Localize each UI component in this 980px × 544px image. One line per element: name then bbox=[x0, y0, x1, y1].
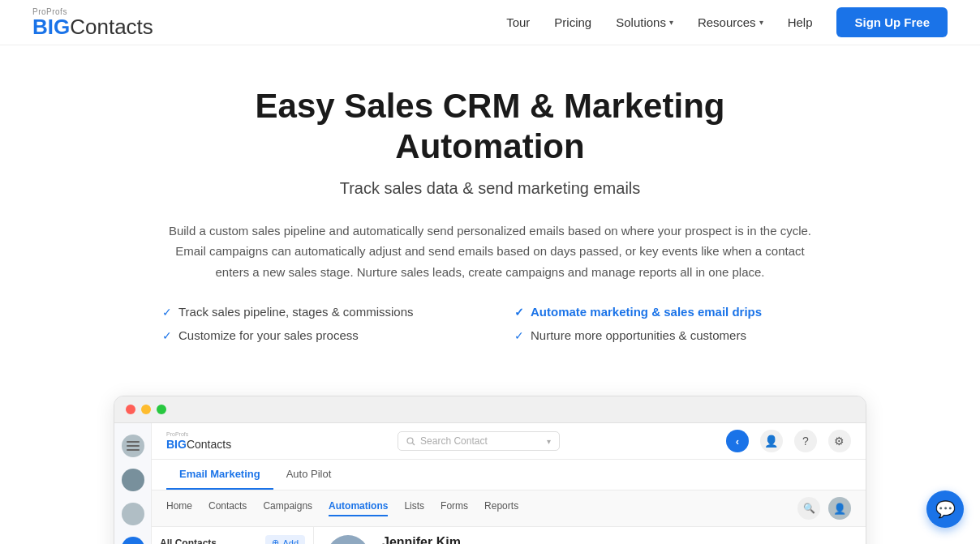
features-list: ✓ Track sales pipeline, stages & commiss… bbox=[162, 305, 818, 342]
feature-1: ✓ Track sales pipeline, stages & commiss… bbox=[162, 305, 466, 319]
sub-nav-icons: 🔍 👤 bbox=[797, 497, 851, 520]
nav-resources[interactable]: Resources ▾ bbox=[698, 15, 763, 29]
svg-point-3 bbox=[407, 438, 413, 443]
sidebar-avatar-2 bbox=[122, 503, 144, 525]
chat-bubble[interactable]: 💬 bbox=[926, 490, 964, 528]
subnav-forms[interactable]: Forms bbox=[441, 500, 468, 516]
sub-nav: Home Contacts Campaigns Automations List… bbox=[152, 490, 866, 527]
check-icon: ✓ bbox=[162, 306, 172, 319]
svg-rect-2 bbox=[127, 449, 140, 451]
app-search-bar[interactable]: Search Contact ▾ bbox=[398, 431, 560, 451]
hero-description: Build a custom sales pipeline and automa… bbox=[162, 221, 818, 283]
topbar-icons: ‹ 👤 ? ⚙ bbox=[726, 430, 851, 452]
window-maximize-dot bbox=[157, 405, 166, 414]
tab-email-marketing[interactable]: Email Marketing bbox=[166, 460, 273, 490]
contact-list-area: All Contacts ⊕ Add JK Jennifer Kim Sales… bbox=[152, 527, 866, 544]
app-main: ProProfs BIGContacts Search Contact ▾ ‹ … bbox=[152, 423, 866, 544]
feature-2: ✓ Automate marketing & sales email drips bbox=[514, 305, 818, 319]
contact-detail-panel: JK Jennifer Kim Sales Head at marriage.c… bbox=[314, 527, 866, 544]
subnav-home[interactable]: Home bbox=[166, 500, 192, 516]
nav-help[interactable]: Help bbox=[788, 15, 813, 29]
check-icon: ✓ bbox=[514, 329, 524, 342]
search-placeholder: Search Contact bbox=[420, 435, 542, 447]
subnav-campaigns[interactable]: Campaigns bbox=[263, 500, 312, 516]
check-icon: ✓ bbox=[514, 306, 524, 319]
svg-rect-1 bbox=[127, 445, 140, 447]
topbar-help-icon[interactable]: ? bbox=[794, 430, 817, 452]
app-logo: ProProfs BIGContacts bbox=[166, 431, 231, 452]
svg-rect-0 bbox=[127, 441, 140, 443]
search-icon bbox=[406, 437, 415, 446]
tab-auto-pilot[interactable]: Auto Pilot bbox=[273, 460, 345, 490]
topbar-add-user-icon[interactable]: 👤 bbox=[760, 430, 783, 452]
svg-line-4 bbox=[413, 443, 415, 445]
chat-icon: 💬 bbox=[935, 499, 956, 519]
topbar-avatar: ‹ bbox=[726, 430, 749, 452]
signup-button[interactable]: Sign Up Free bbox=[836, 7, 948, 37]
subnav-contacts[interactable]: Contacts bbox=[208, 500, 247, 516]
logo-big: BIG bbox=[32, 16, 70, 37]
avatar: JK bbox=[327, 535, 369, 544]
window-close-dot bbox=[126, 405, 135, 414]
nav-solutions[interactable]: Solutions ▾ bbox=[616, 15, 673, 29]
window-chrome bbox=[114, 396, 866, 423]
contact-name: Jennifer Kim bbox=[382, 535, 853, 544]
hero-title: Easy Sales CRM & Marketing Automation bbox=[162, 86, 818, 168]
nav-pricing[interactable]: Pricing bbox=[554, 15, 591, 29]
contact-info: Jennifer Kim Sales Head at marriage.com … bbox=[382, 535, 853, 544]
email-tabs: Email Marketing Auto Pilot bbox=[152, 460, 866, 490]
subnav-lists[interactable]: Lists bbox=[404, 500, 424, 516]
hero-subtitle: Track sales data & send marketing emails bbox=[162, 179, 818, 198]
app-screenshot: ProProfs BIGContacts Search Contact ▾ ‹ … bbox=[114, 396, 866, 544]
check-icon: ✓ bbox=[162, 329, 172, 342]
add-contact-button[interactable]: ⊕ Add bbox=[265, 535, 305, 544]
window-minimize-dot bbox=[141, 405, 151, 414]
nav-tour[interactable]: Tour bbox=[506, 15, 530, 29]
subnav-automations[interactable]: Automations bbox=[329, 500, 388, 516]
app-topbar: ProProfs BIGContacts Search Contact ▾ ‹ … bbox=[152, 423, 866, 460]
chevron-down-icon: ▾ bbox=[759, 18, 763, 27]
all-contacts-label: All Contacts bbox=[160, 538, 217, 544]
sub-nav-links: Home Contacts Campaigns Automations List… bbox=[166, 500, 518, 516]
chevron-down-icon: ▾ bbox=[669, 18, 673, 27]
subnav-reports[interactable]: Reports bbox=[484, 500, 518, 516]
search-dropdown-icon: ▾ bbox=[547, 437, 551, 446]
logo-contacts: Contacts bbox=[70, 16, 153, 37]
subnav-search-icon[interactable]: 🔍 bbox=[797, 497, 820, 520]
app-sidebar bbox=[114, 423, 152, 544]
contact-profile: JK Jennifer Kim Sales Head at marriage.c… bbox=[327, 535, 853, 544]
subnav-user-icon[interactable]: 👤 bbox=[828, 497, 851, 520]
sidebar-avatar-1 bbox=[122, 469, 144, 491]
topbar-settings-icon[interactable]: ⚙ bbox=[828, 430, 851, 452]
nav-links: Tour Pricing Solutions ▾ Resources ▾ Hel… bbox=[506, 7, 948, 37]
app-inner: ProProfs BIGContacts Search Contact ▾ ‹ … bbox=[114, 423, 866, 544]
all-contacts-header: All Contacts ⊕ Add bbox=[160, 535, 305, 544]
navbar: ProProfs BIGContacts Tour Pricing Soluti… bbox=[0, 0, 980, 45]
sidebar-menu-icon[interactable] bbox=[122, 435, 144, 457]
hero-section: Easy Sales CRM & Marketing Automation Tr… bbox=[0, 45, 980, 396]
logo: ProProfs BIGContacts bbox=[32, 8, 153, 37]
sidebar-avatar-3 bbox=[122, 537, 144, 544]
all-contacts-panel: All Contacts ⊕ Add JK Jennifer Kim Sales… bbox=[152, 527, 314, 544]
feature-4: ✓ Nurture more opportunities & customers bbox=[514, 328, 818, 342]
feature-3: ✓ Customize for your sales process bbox=[162, 328, 466, 342]
